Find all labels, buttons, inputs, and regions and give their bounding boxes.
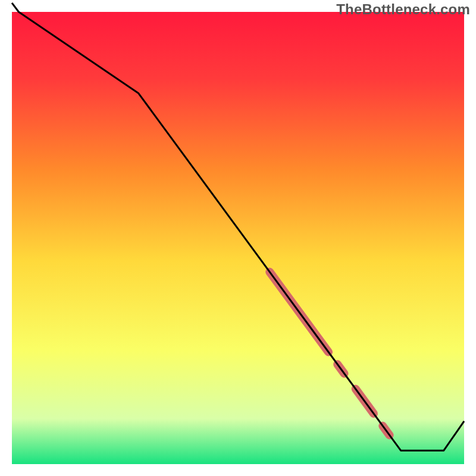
chart-frame: TheBottleneck.com [0,0,476,476]
bottleneck-chart [0,0,476,476]
watermark-text: TheBottleneck.com [336,1,470,18]
plot-background [12,12,464,464]
